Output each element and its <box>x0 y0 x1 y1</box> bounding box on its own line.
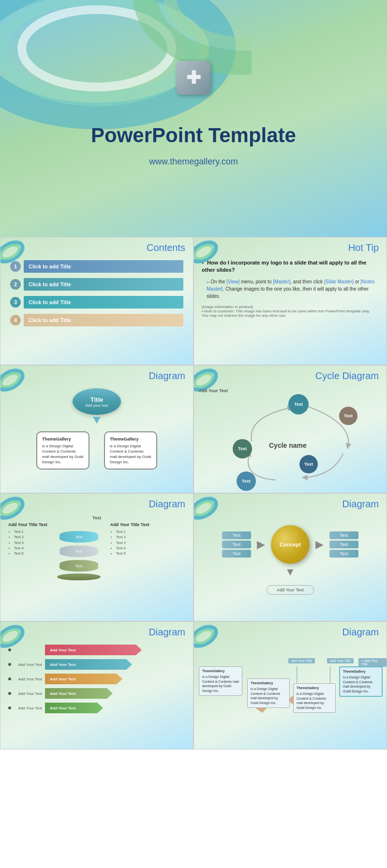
medical-cross-icon: ✚ <box>177 61 210 95</box>
diagram-boxes-row: ThemeGallery is a Design Digital Content… <box>36 431 157 470</box>
arrow-left-icon: ▶ <box>315 538 324 551</box>
box2-title: Add Your Title Text <box>110 522 149 527</box>
svg-point-13 <box>0 495 26 522</box>
org-box-2: ThemeGallery is a Design Digital Content… <box>247 678 290 708</box>
cylinder-3: Text <box>60 560 98 572</box>
arrow-label-5: Add Your Text <box>13 706 42 710</box>
cycle-name: Cycle name <box>269 441 307 449</box>
deco-ellipses-7 <box>0 622 44 665</box>
contents-num-2: 2 <box>10 279 21 290</box>
deco-ellipses-6 <box>194 494 238 537</box>
list-item: Text 4 <box>116 545 126 551</box>
org-box-2-title: ThemeGallery <box>251 681 286 686</box>
box2-text: is a Design Digital Content & Contents m… <box>110 444 151 465</box>
box2-title: ThemeGallery <box>110 436 151 442</box>
cover-title: PowerPoint Template <box>91 124 296 147</box>
org-content: Add Your Title Add Your Title + Add Your… <box>194 640 387 746</box>
cross-symbol: ✚ <box>186 69 201 87</box>
concept-row: Text Text Text ▶ Concept ▶ Text Text Tex… <box>222 525 358 564</box>
cylinder-base <box>57 574 101 580</box>
add-your-text-label: Add Your Text <box>199 388 228 393</box>
deco-ellipses-3 <box>0 366 44 409</box>
arrow-row-4: Add Your Text Add Your Text <box>8 688 185 699</box>
svg-point-15 <box>194 495 219 522</box>
left-pill-3: Text <box>222 550 251 558</box>
title-oval: Title Add your text <box>73 388 121 415</box>
list-item: Text 3 <box>116 540 126 545</box>
oval-title: Title <box>90 396 104 403</box>
arrow-banner-2: Add Your Text <box>45 659 132 670</box>
master-link: [Master] <box>273 279 290 284</box>
contents-list: 1 Click to add Title 2 Click to add Titl… <box>0 255 193 335</box>
contents-bar-1: Click to add Title <box>24 260 183 273</box>
diagram-box-2: ThemeGallery is a Design Digital Content… <box>104 431 157 470</box>
hot-tip-slide: Hot Tip • How do I incorporate my logo t… <box>194 237 387 365</box>
cycle-node-5: Text <box>237 471 256 491</box>
arrow-right-icon: ▶ <box>257 538 265 551</box>
right-pill-3: Text <box>329 550 358 558</box>
arrow-banner-4: Add Your Text <box>45 688 113 699</box>
arrow-diagram-slide: Diagram Add Your Text Add Your Text Add … <box>0 621 194 750</box>
contents-item-3: 3 Click to add Title <box>10 295 183 309</box>
arrow-down-icon <box>93 417 101 424</box>
cycle-node-4: Text <box>299 455 318 473</box>
diagram-oval-slide: Diagram Title Add your text ThemeGallery… <box>0 365 194 493</box>
cover-subtitle: www.themegallery.com <box>149 157 238 167</box>
arrow-label-3: Add Your Text <box>13 677 42 681</box>
cylinder-stack: Text Text Text <box>57 530 101 580</box>
dot-3 <box>8 677 11 680</box>
contents-item-1: 1 Click to add Title <box>10 259 183 274</box>
org-box-1-title: ThemeGallery <box>202 669 239 674</box>
org-box-3: ThemeGallery is a Design Digital Content… <box>293 683 336 713</box>
concept-diagram-slide: Diagram Text Text Text ▶ Concept ▶ Text … <box>194 493 387 621</box>
right-pills: Text Text Text <box>329 531 358 558</box>
contents-num-4: 4 <box>10 315 21 325</box>
cylinder-2: Text <box>60 545 98 557</box>
cylinder-diagram-slide: Diagram Text Add Your Title Text Text 1 … <box>0 493 194 621</box>
list-item: Text 2 <box>116 534 126 540</box>
cylinder-1: Text <box>60 531 98 543</box>
box2-list: Text 1 Text 2 Text 3 Text 4 Text 5 <box>116 529 126 556</box>
right-pill-2: Text <box>329 541 358 548</box>
list-item: Text 4 <box>14 545 24 551</box>
contents-num-1: 1 <box>10 261 21 272</box>
contents-bar-4: Click to add Title <box>24 314 183 326</box>
list-item: Text 5 <box>116 551 126 556</box>
dot-4 <box>8 692 11 695</box>
contents-item-2: 2 Click to add Title <box>10 277 183 292</box>
hot-tip-answer: – On the [View] menu, point to [Master],… <box>207 278 379 300</box>
arrow-label-4: Add Your Text <box>13 691 42 696</box>
cover-slide: ✚ PowerPoint Template www.themegallery.c… <box>0 0 387 237</box>
arrow-banner-5: Add Your Text <box>45 703 103 713</box>
org-box-3-title: ThemeGallery <box>297 686 332 691</box>
deco-ellipses-2 <box>194 237 238 281</box>
org-diagram-slide: Diagram Add Your Title Add Your Title + … <box>194 621 387 750</box>
right-pill-1: Text <box>329 531 358 539</box>
org-box-main-title: ThemeGallery <box>343 669 379 674</box>
cycle-diagram-slide: Cycle Diagram Add Your Text Text Text Te… <box>194 365 387 493</box>
cycle-container: Add Your Text Text Text Text Cycle name … <box>194 383 387 490</box>
list-item: Text 3 <box>14 540 24 545</box>
concept-circle: Concept <box>271 525 310 564</box>
cycle-node-2: Text <box>339 407 357 425</box>
down-arrow-icon: ▼ <box>285 566 296 578</box>
svg-point-7 <box>194 238 219 265</box>
cycle-node-3: Text <box>233 439 252 458</box>
slide-master-link: [Slide Master] <box>324 279 354 284</box>
arrow-banner-3: Add Your Text <box>45 674 122 684</box>
svg-point-17 <box>0 623 26 650</box>
slides-grid: Contents 1 Click to add Title 2 Click to… <box>0 237 387 750</box>
contents-bar-2: Click to add Title <box>24 278 183 291</box>
cylinder-right-group: Add Your Title Text Text 1 Text 2 Text 3… <box>110 522 149 556</box>
contents-bar-3: Click to add Title <box>24 296 183 309</box>
arrow-row-5: Add Your Text Add Your Text <box>8 703 185 713</box>
diagram-box-1: ThemeGallery is a Design Digital Content… <box>36 431 89 470</box>
contents-item-4: 4 Click to add Title <box>10 313 183 327</box>
hot-tip-note: [Image information in product] • Note to… <box>202 305 379 318</box>
add-your-text-capsule: Add Your Text <box>267 585 313 595</box>
svg-point-9 <box>0 367 26 394</box>
contents-slide: Contents 1 Click to add Title 2 Click to… <box>0 237 194 365</box>
dot-5 <box>8 706 11 709</box>
oval-subtitle: Add your text <box>85 403 108 408</box>
box1-text: is a Design Digital Content & Contents m… <box>42 444 83 465</box>
